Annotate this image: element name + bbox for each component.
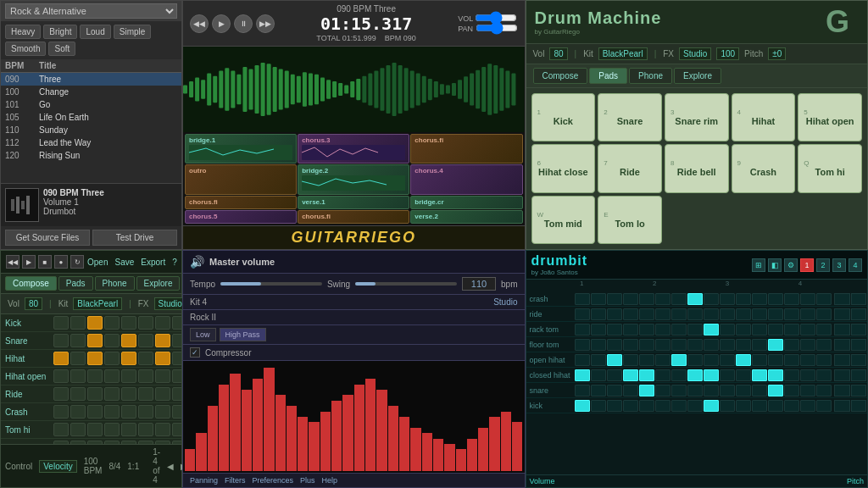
tab-phone[interactable]: Phone — [629, 68, 672, 84]
beat-btn-5-13[interactable] — [784, 369, 799, 381]
beat-end-1-1[interactable] — [851, 308, 867, 320]
seq-btn-6-4[interactable] — [121, 423, 136, 436]
seq-btn-3-5[interactable] — [138, 369, 153, 383]
beat-btn-6-1[interactable] — [591, 385, 606, 396]
beat-btn-1-2[interactable] — [607, 308, 622, 320]
genre-select[interactable]: Rock & Alternative — [5, 3, 177, 19]
seq-btn-0-6[interactable] — [155, 316, 170, 330]
beat-btn-3-2[interactable] — [607, 339, 622, 351]
beat-btn-4-8[interactable] — [704, 354, 719, 366]
beat-btn-3-3[interactable] — [623, 339, 638, 351]
beat-btn-6-5[interactable] — [655, 385, 670, 396]
beat-btn-3-9[interactable] — [720, 339, 735, 351]
beat-btn-7-0[interactable] — [575, 400, 590, 412]
list-item[interactable]: 101 Go — [1, 98, 181, 111]
beat-btn-6-9[interactable] — [720, 385, 735, 396]
beat-end-0-1[interactable] — [851, 293, 867, 305]
beat-end-1-0[interactable] — [834, 308, 850, 320]
list-item[interactable]: 090 Three — [1, 73, 181, 86]
pad-crash[interactable]: 9 Crash — [732, 144, 796, 192]
seq-btn-1-1[interactable] — [70, 334, 86, 347]
vol-slider[interactable] — [475, 14, 517, 21]
seq-btn-0-2[interactable] — [87, 316, 103, 330]
clip-chorusfi3[interactable]: chorus.fi — [298, 210, 409, 224]
beat-btn-0-14[interactable] — [800, 293, 815, 305]
beat-btn-1-3[interactable] — [623, 308, 638, 320]
beat-btn-5-0[interactable] — [575, 369, 590, 381]
filter-heavy[interactable]: Heavy — [5, 25, 41, 39]
clip-chorus5[interactable]: chorus.5 — [185, 210, 297, 224]
compose-tab-compose[interactable]: Compose — [5, 276, 57, 291]
beat-btn-4-15[interactable] — [816, 354, 832, 366]
beat-btn-6-11[interactable] — [752, 385, 767, 396]
beat-btn-7-10[interactable] — [736, 400, 751, 412]
beat-btn-2-11[interactable] — [752, 324, 767, 336]
beat-btn-0-15[interactable] — [816, 293, 832, 305]
swing-slider[interactable] — [355, 282, 457, 286]
filters-pref[interactable]: Filters — [225, 476, 246, 485]
pad-hihat-open[interactable]: 5 Hihat open — [798, 93, 862, 141]
seq-btn-1-7[interactable] — [172, 334, 181, 347]
beat-btn-0-8[interactable] — [704, 293, 719, 305]
drumbit-icon-2[interactable]: ◧ — [768, 258, 782, 272]
list-item[interactable]: 110 Sunday — [1, 124, 181, 136]
list-item[interactable]: 112 Lead the Way — [1, 136, 181, 149]
compose-tab-explore[interactable]: Explore — [136, 276, 181, 291]
beat-end-4-1[interactable] — [851, 354, 867, 366]
beat-btn-0-12[interactable] — [768, 293, 783, 305]
seq-btn-5-3[interactable] — [104, 405, 120, 419]
beat-btn-1-13[interactable] — [784, 308, 799, 320]
beat-btn-2-3[interactable] — [623, 324, 638, 336]
seq-btn-6-0[interactable] — [53, 423, 69, 436]
beat-end-5-0[interactable] — [834, 369, 850, 381]
pad-ride-bell[interactable]: 8 Ride bell — [665, 144, 729, 192]
pad-snare[interactable]: 2 Snare — [598, 93, 662, 141]
beat-btn-5-6[interactable] — [671, 369, 687, 381]
seq-btn-5-7[interactable] — [172, 405, 181, 419]
beat-btn-3-14[interactable] — [800, 339, 815, 351]
beat-btn-7-9[interactable] — [720, 400, 735, 412]
beat-btn-4-7[interactable] — [687, 354, 703, 366]
beat-btn-5-5[interactable] — [655, 369, 670, 381]
prev-page-btn[interactable]: ◀ — [167, 462, 174, 471]
beat-end-4-0[interactable] — [834, 354, 850, 366]
play-button[interactable]: ▶ — [212, 14, 231, 33]
beat-btn-7-1[interactable] — [591, 400, 606, 412]
beat-btn-5-9[interactable] — [720, 369, 735, 381]
compressor-check[interactable]: ✓ — [190, 347, 200, 358]
list-item[interactable]: 120 Rising Sun — [1, 149, 181, 162]
beat-btn-1-0[interactable] — [575, 308, 590, 320]
seq-btn-3-6[interactable] — [155, 369, 170, 383]
next-button[interactable]: ▶▶ — [256, 14, 275, 33]
beat-btn-0-6[interactable] — [671, 293, 687, 305]
beat-btn-4-4[interactable] — [639, 354, 654, 366]
seq-btn-1-4[interactable] — [121, 334, 136, 347]
beat-btn-6-4[interactable] — [639, 385, 654, 396]
beat-btn-3-5[interactable] — [655, 339, 670, 351]
beat-btn-4-0[interactable] — [575, 354, 590, 366]
beat-btn-6-15[interactable] — [816, 385, 832, 396]
help-pref[interactable]: Help — [322, 476, 338, 485]
seq-btn-2-4[interactable] — [121, 352, 136, 365]
beat-btn-3-11[interactable] — [752, 339, 767, 351]
beat-btn-7-3[interactable] — [623, 400, 638, 412]
beat-btn-7-8[interactable] — [704, 400, 719, 412]
beat-btn-7-4[interactable] — [639, 400, 654, 412]
compose-refresh-btn[interactable]: ↻ — [70, 255, 84, 269]
drumbit-icon-3[interactable]: ⚙ — [784, 258, 798, 272]
plus-pref[interactable]: Plus — [300, 476, 315, 485]
beat-btn-5-8[interactable] — [704, 369, 719, 381]
pad-hihat-close[interactable]: 6 Hihat close — [531, 144, 596, 192]
beat-btn-2-0[interactable] — [575, 324, 590, 336]
menu-export[interactable]: Export — [141, 258, 165, 267]
list-item[interactable]: 105 Life On Earth — [1, 111, 181, 124]
seq-btn-0-5[interactable] — [138, 316, 153, 330]
seq-btn-6-3[interactable] — [104, 423, 120, 436]
seq-btn-2-7[interactable] — [172, 352, 181, 365]
beat-btn-2-7[interactable] — [687, 324, 703, 336]
compose-record-btn[interactable]: ● — [54, 255, 68, 269]
beat-btn-3-12[interactable] — [768, 339, 783, 351]
beat-btn-2-2[interactable] — [607, 324, 622, 336]
beat-btn-6-8[interactable] — [704, 385, 719, 396]
beat-btn-5-14[interactable] — [800, 369, 815, 381]
